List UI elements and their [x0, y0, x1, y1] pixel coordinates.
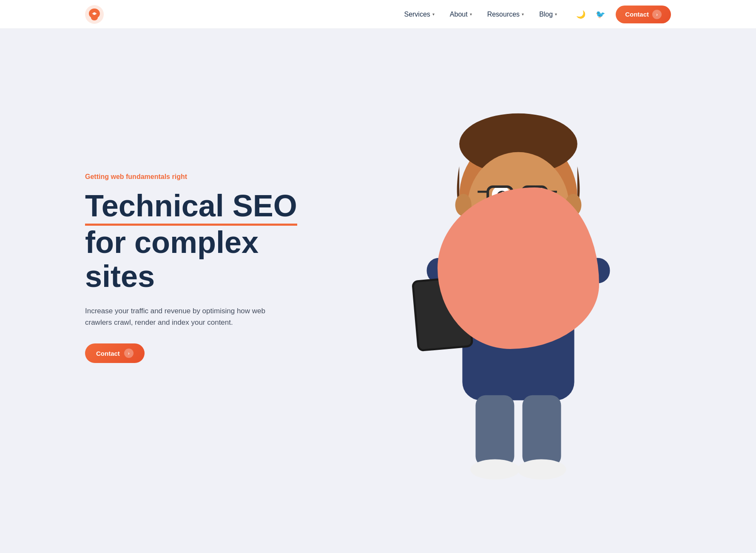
- nav-blog[interactable]: Blog ▾: [539, 11, 557, 18]
- hero-bottom-spacer: [0, 516, 756, 553]
- nav-contact-button[interactable]: Contact ›: [616, 6, 671, 23]
- svg-point-30: [471, 459, 520, 480]
- nav-contact-label: Contact: [625, 11, 649, 18]
- chevron-down-icon: ▾: [432, 12, 435, 17]
- arrow-icon: ›: [124, 349, 134, 358]
- nav-services[interactable]: Services ▾: [404, 11, 434, 18]
- hero-content: Getting web fundamentals right Technical…: [85, 173, 366, 363]
- moon-icon: 🌙: [576, 10, 585, 19]
- chevron-down-icon: ▾: [522, 12, 524, 17]
- nav-links: Services ▾ About ▾ Resources ▾ Blog ▾: [404, 11, 557, 18]
- dark-mode-button[interactable]: 🌙: [574, 8, 588, 21]
- hero-title-line2: for complex: [85, 225, 259, 259]
- hero-cta-label: Contact: [96, 350, 120, 357]
- nav-resources[interactable]: Resources ▾: [487, 11, 524, 18]
- svg-point-31: [517, 459, 566, 480]
- nav-blog-label: Blog: [539, 11, 553, 18]
- svg-point-1: [93, 12, 96, 15]
- twitter-icon: 🐦: [596, 10, 605, 19]
- nav-services-label: Services: [404, 11, 430, 18]
- svg-rect-28: [475, 395, 514, 467]
- hero-section: Getting web fundamentals right Technical…: [0, 29, 756, 516]
- logo[interactable]: [85, 5, 104, 24]
- hero-eyebrow: Getting web fundamentals right: [85, 173, 366, 181]
- hero-description: Increase your traffic and revenue by opt…: [85, 305, 289, 328]
- hero-contact-button[interactable]: Contact ›: [85, 343, 145, 363]
- hero-title-line3: sites: [85, 259, 155, 293]
- nav-icon-buttons: 🌙 🐦: [574, 8, 607, 21]
- nav-about[interactable]: About ▾: [450, 11, 472, 18]
- nav-resources-label: Resources: [487, 11, 520, 18]
- chevron-down-icon: ▾: [555, 12, 557, 17]
- nav-about-label: About: [450, 11, 468, 18]
- navbar: Services ▾ About ▾ Resources ▾ Blog ▾ 🌙 …: [0, 0, 756, 29]
- arrow-icon: ›: [652, 10, 662, 19]
- hero-title-line1: Technical SEO: [85, 189, 297, 226]
- svg-rect-29: [523, 395, 561, 467]
- twitter-button[interactable]: 🐦: [594, 8, 607, 21]
- hero-image-area: [366, 54, 671, 482]
- hero-title: Technical SEO for complex sites: [85, 189, 366, 293]
- chevron-down-icon: ▾: [470, 12, 472, 17]
